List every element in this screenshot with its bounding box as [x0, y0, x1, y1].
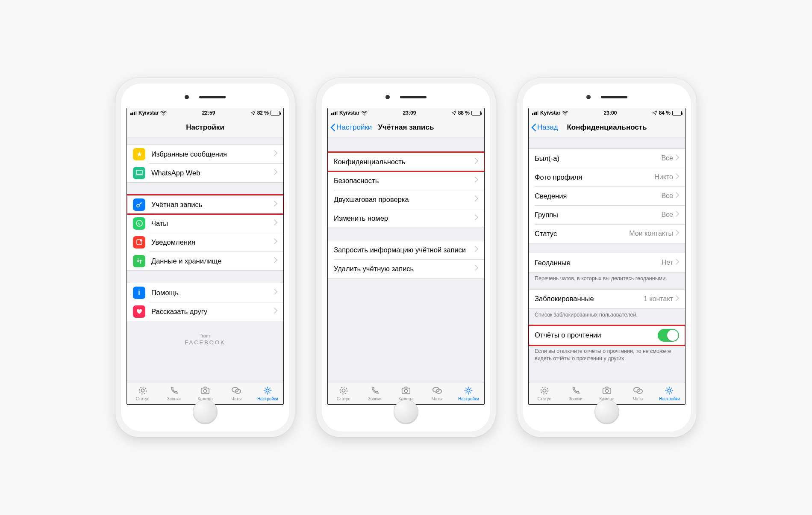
row-starred-messages[interactable]: ★ Избранные сообщения: [127, 145, 283, 163]
wifi-icon: [160, 110, 167, 115]
chevron-right-icon: [274, 169, 277, 177]
tab-calls[interactable]: Звонки: [560, 382, 591, 404]
read-receipts-toggle[interactable]: [658, 329, 679, 342]
status-time: 23:09: [403, 110, 416, 116]
chevron-right-icon: [475, 246, 478, 254]
tab-status[interactable]: Статус: [328, 382, 359, 404]
chevron-right-icon: [676, 211, 679, 219]
home-button[interactable]: [594, 400, 619, 424]
row-live-location[interactable]: Геоданные Нет: [529, 253, 685, 272]
svg-rect-8: [136, 170, 142, 174]
signal-icon: [130, 111, 137, 115]
row-label: Уведомления: [151, 238, 274, 246]
tab-status[interactable]: Статус: [127, 382, 158, 404]
row-label: Удалить учётную запись: [334, 265, 475, 273]
nav-bar: Назад Конфиденциальность: [529, 118, 685, 137]
row-label: Сведения: [535, 192, 661, 200]
row-security[interactable]: Безопасность: [328, 171, 484, 190]
carrier-label: Kyivstar: [540, 110, 560, 116]
row-last-seen[interactable]: Был(-а) Все: [529, 149, 685, 168]
tab-settings[interactable]: Настройки: [252, 382, 283, 404]
row-label: Фото профиля: [535, 173, 654, 181]
row-chats[interactable]: Чаты: [127, 214, 283, 233]
account-list[interactable]: Конфиденциальность Безопасность Двухшаго…: [328, 137, 484, 382]
tab-chats[interactable]: Чаты: [623, 382, 654, 404]
row-storage[interactable]: Данные и хранилище: [127, 252, 283, 270]
row-blocked[interactable]: Заблокированные 1 контакт: [529, 290, 685, 308]
row-label: Был(-а): [535, 154, 661, 163]
tab-status[interactable]: Статус: [529, 382, 560, 404]
row-groups[interactable]: Группы Все: [529, 205, 685, 224]
settings-list[interactable]: ★ Избранные сообщения WhatsApp Web: [127, 137, 283, 382]
tab-settings[interactable]: Настройки: [654, 382, 685, 404]
row-label: Статус: [535, 230, 629, 238]
row-status-privacy[interactable]: Статус Мои контакты: [529, 224, 685, 243]
row-label: WhatsApp Web: [151, 169, 274, 177]
sensor-bar: [124, 86, 286, 108]
row-notifications[interactable]: Уведомления: [127, 233, 283, 252]
tab-calls[interactable]: Звонки: [359, 382, 390, 404]
svg-point-10: [136, 220, 142, 226]
screen: Kyivstar 23:00 84 % Назад Конфиденциальн…: [528, 108, 685, 405]
row-delete-account[interactable]: Удалить учётную запись: [328, 259, 484, 278]
chevron-right-icon: [274, 150, 277, 158]
speaker-icon: [400, 96, 427, 98]
phone-inner: Kyivstar 23:09 88 % Настройки Учётная за…: [321, 83, 491, 432]
home-button[interactable]: [394, 400, 418, 424]
nav-bar: Настройки: [127, 118, 283, 137]
nav-title: Учётная запись: [378, 123, 434, 132]
heart-icon: [133, 305, 145, 318]
row-two-step[interactable]: Двухшаговая проверка: [328, 190, 484, 209]
battery-label: 84 %: [659, 110, 671, 116]
row-privacy[interactable]: Конфиденциальность: [328, 152, 484, 171]
back-button[interactable]: Настройки: [330, 123, 372, 132]
row-whatsapp-web[interactable]: WhatsApp Web: [127, 163, 283, 182]
tab-label: Чаты: [633, 397, 643, 401]
chevron-right-icon: [676, 230, 679, 237]
facebook-label: FACEBOOK: [127, 339, 283, 346]
location-icon: [250, 110, 256, 115]
tab-calls[interactable]: Звонки: [158, 382, 189, 404]
privacy-list[interactable]: Был(-а) Все Фото профиля Никто Сведения …: [529, 137, 685, 382]
back-button[interactable]: Назад: [531, 123, 558, 132]
row-label: Конфиденциальность: [334, 158, 475, 166]
chevron-right-icon: [676, 173, 679, 181]
sensor-bar: [325, 86, 487, 108]
footer-note-read: Если вы отключите отчёты о прочтении, то…: [529, 345, 685, 362]
phone-account: Kyivstar 23:09 88 % Настройки Учётная за…: [316, 78, 496, 437]
tab-chats[interactable]: Чаты: [422, 382, 453, 404]
tab-settings[interactable]: Настройки: [453, 382, 484, 404]
back-label: Настройки: [336, 123, 372, 132]
chevron-right-icon: [676, 192, 679, 200]
row-request-info[interactable]: Запросить информацию учётной записи: [328, 240, 484, 259]
tab-label: Статус: [136, 397, 150, 401]
front-camera-icon: [385, 95, 390, 99]
row-read-receipts[interactable]: Отчёты о прочтении: [529, 326, 685, 345]
row-about[interactable]: Сведения Все: [529, 186, 685, 205]
chevron-right-icon: [274, 238, 277, 246]
front-camera-icon: [185, 95, 189, 99]
row-label: Рассказать другу: [151, 308, 274, 316]
chevron-right-icon: [475, 195, 478, 203]
row-label: Избранные сообщения: [151, 150, 274, 158]
row-help[interactable]: i Помощь: [127, 283, 283, 302]
chevron-left-icon: [330, 123, 335, 132]
row-value: Все: [661, 211, 673, 219]
chevron-right-icon: [475, 214, 478, 222]
tab-label: Чаты: [432, 397, 442, 401]
battery-icon: [672, 111, 682, 115]
nav-title: Конфиденциальность: [567, 123, 647, 132]
tab-chats[interactable]: Чаты: [221, 382, 252, 404]
row-change-number[interactable]: Изменить номер: [328, 209, 484, 228]
row-label: Запросить информацию учётной записи: [334, 246, 475, 254]
row-account[interactable]: Учётная запись: [127, 195, 283, 214]
chevron-right-icon: [274, 201, 277, 208]
chevron-right-icon: [475, 158, 478, 166]
status-bar: Kyivstar 23:09 88 %: [328, 108, 484, 118]
screen: Kyivstar 23:09 88 % Настройки Учётная за…: [327, 108, 485, 405]
info-icon: i: [133, 287, 145, 299]
row-tell-friend[interactable]: Рассказать другу: [127, 302, 283, 321]
row-profile-photo[interactable]: Фото профиля Никто: [529, 168, 685, 186]
home-button[interactable]: [193, 400, 218, 424]
star-icon: ★: [133, 148, 145, 160]
